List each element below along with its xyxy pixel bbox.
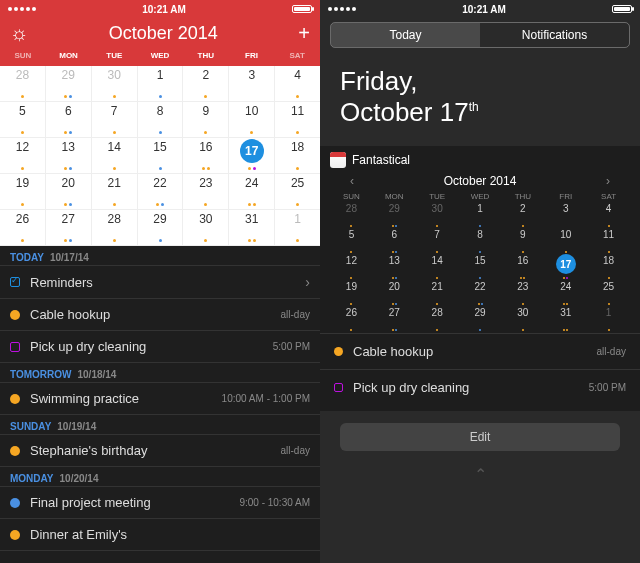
widget-calendar-day[interactable]: 15 (459, 255, 502, 281)
reminder-icon (334, 383, 343, 392)
calendar-day[interactable]: 11 (275, 102, 320, 137)
widget-calendar-day[interactable]: 27 (373, 307, 416, 333)
item-text: Reminders (30, 275, 305, 290)
widget-calendar-day[interactable]: 14 (416, 255, 459, 281)
calendar-day[interactable]: 26 (0, 210, 46, 245)
calendar-day[interactable]: 19 (0, 174, 46, 209)
widget-calendar-day[interactable]: 1 (459, 203, 502, 229)
next-month-icon[interactable]: › (606, 174, 610, 188)
widget-calendar-day[interactable]: 26 (330, 307, 373, 333)
widget-calendar-day[interactable]: 20 (373, 281, 416, 307)
widget-calendar-day[interactable]: 12 (330, 255, 373, 281)
prev-month-icon[interactable]: ‹ (350, 174, 354, 188)
calendar-day[interactable]: 1 (138, 66, 184, 101)
widget-calendar-day[interactable]: 9 (501, 229, 544, 255)
widget-calendar-day[interactable]: 30 (501, 307, 544, 333)
calendar-day[interactable]: 14 (92, 138, 138, 173)
widget-calendar-day[interactable]: 28 (330, 203, 373, 229)
widget-calendar-day[interactable]: 31 (544, 307, 587, 333)
agenda-item[interactable]: Reminders› (0, 266, 320, 299)
calendar-day[interactable]: 29 (138, 210, 184, 245)
calendar-day[interactable]: 24 (229, 174, 275, 209)
widget-calendar-day[interactable]: 16 (501, 255, 544, 281)
calendar-day[interactable]: 4 (275, 66, 320, 101)
widget-calendar-day[interactable]: 5 (330, 229, 373, 255)
calendar-day[interactable]: 6 (46, 102, 92, 137)
calendar-day[interactable]: 30 (183, 210, 229, 245)
widget-calendar-day[interactable]: 25 (587, 281, 630, 307)
widget-calendar-day[interactable]: 7 (416, 229, 459, 255)
calendar-day[interactable]: 20 (46, 174, 92, 209)
agenda-item[interactable]: Stephanie's birthdayall-day (0, 435, 320, 467)
dow-label: THU (501, 192, 544, 201)
widget-calendar-day[interactable]: 2 (501, 203, 544, 229)
widget-calendar-day[interactable]: 11 (587, 229, 630, 255)
calendar-day[interactable]: 25 (275, 174, 320, 209)
calendar-day[interactable]: 12 (0, 138, 46, 173)
calendar-day[interactable]: 15 (138, 138, 184, 173)
widget-calendar-day[interactable]: 4 (587, 203, 630, 229)
calendar-day[interactable]: 27 (46, 210, 92, 245)
settings-icon[interactable]: ☼ (10, 22, 28, 45)
widget-calendar-day[interactable]: 19 (330, 281, 373, 307)
calendar-day[interactable]: 16 (183, 138, 229, 173)
calendar-day[interactable]: 9 (183, 102, 229, 137)
widget-calendar-day[interactable]: 22 (459, 281, 502, 307)
big-date: Friday, October 17th (320, 52, 640, 146)
widget-month-title: October 2014 (444, 174, 517, 188)
calendar-day[interactable]: 3 (229, 66, 275, 101)
calendar-day[interactable]: 2 (183, 66, 229, 101)
calendar-day[interactable]: 23 (183, 174, 229, 209)
month-title[interactable]: October 2014 (109, 23, 218, 44)
widget-calendar-day[interactable]: 18 (587, 255, 630, 281)
tab-today[interactable]: Today (331, 23, 480, 47)
calendar-day[interactable]: 13 (46, 138, 92, 173)
calendar-day[interactable]: 5 (0, 102, 46, 137)
signal-dots-icon (8, 7, 36, 11)
section-header: SUNDAY10/19/14 (0, 415, 320, 435)
calendar-day[interactable]: 29 (46, 66, 92, 101)
agenda-item[interactable]: Pick up dry cleaning5:00 PM (0, 331, 320, 363)
calendar-day[interactable]: 30 (92, 66, 138, 101)
widget-calendar-day[interactable]: 3 (544, 203, 587, 229)
widget-calendar-day[interactable]: 13 (373, 255, 416, 281)
widget-calendar-day[interactable]: 8 (459, 229, 502, 255)
calendar-day[interactable]: 1 (275, 210, 320, 245)
calendar-day[interactable]: 28 (92, 210, 138, 245)
edit-button[interactable]: Edit (340, 423, 620, 451)
dow-label: THU (183, 51, 229, 60)
widget-calendar-day[interactable]: 21 (416, 281, 459, 307)
dow-label: FRI (229, 51, 275, 60)
calendar-day[interactable]: 18 (275, 138, 320, 173)
section-header: TOMORROW10/18/14 (0, 363, 320, 383)
calendar-day[interactable]: 7 (92, 102, 138, 137)
agenda-item[interactable]: Cable hookupall-day (0, 299, 320, 331)
add-event-icon[interactable]: + (298, 22, 310, 45)
widget-item[interactable]: Pick up dry cleaning5:00 PM (320, 369, 640, 405)
calendar-day[interactable]: 17 (229, 138, 275, 173)
widget-calendar-day[interactable]: 29 (459, 307, 502, 333)
widget-calendar-day[interactable]: 24 (544, 281, 587, 307)
widget-calendar-day[interactable]: 17 (544, 255, 587, 281)
calendar-day[interactable]: 10 (229, 102, 275, 137)
status-bar: 10:21 AM (0, 0, 320, 18)
widget-calendar-day[interactable]: 30 (416, 203, 459, 229)
widget-calendar-day[interactable]: 28 (416, 307, 459, 333)
agenda-item[interactable]: Final project meeting9:00 - 10:30 AM (0, 487, 320, 519)
calendar-day[interactable]: 28 (0, 66, 46, 101)
widget-calendar-day[interactable]: 1 (587, 307, 630, 333)
calendar-day[interactable]: 8 (138, 102, 184, 137)
widget-calendar-day[interactable]: 6 (373, 229, 416, 255)
tab-notifications[interactable]: Notifications (480, 23, 629, 47)
agenda-item[interactable]: Dinner at Emily's (0, 519, 320, 551)
agenda-item[interactable]: Swimming practice10:00 AM - 1:00 PM (0, 383, 320, 415)
widget-calendar-day[interactable]: 10 (544, 229, 587, 255)
drag-handle-icon[interactable]: ⌃ (320, 465, 640, 484)
battery-icon (292, 5, 312, 13)
calendar-day[interactable]: 21 (92, 174, 138, 209)
widget-calendar-day[interactable]: 23 (501, 281, 544, 307)
widget-item[interactable]: Cable hookupall-day (320, 333, 640, 369)
widget-calendar-day[interactable]: 29 (373, 203, 416, 229)
calendar-day[interactable]: 31 (229, 210, 275, 245)
calendar-day[interactable]: 22 (138, 174, 184, 209)
